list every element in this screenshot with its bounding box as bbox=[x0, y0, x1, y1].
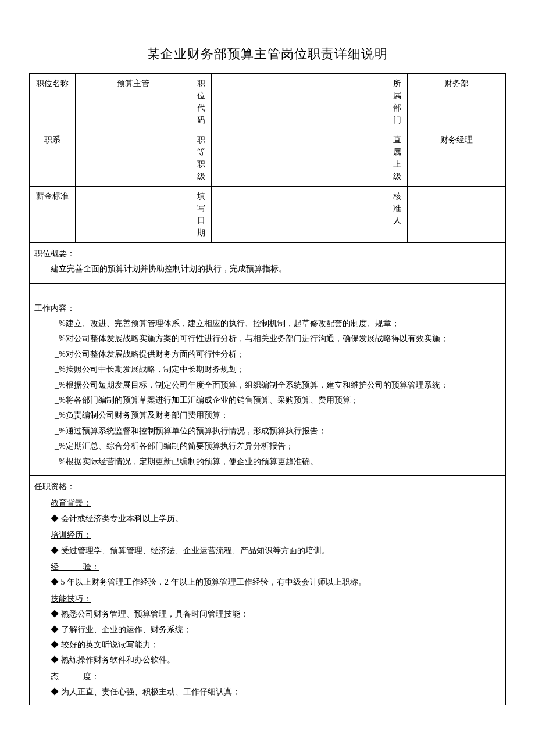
list-item: ◆ 熟悉公司财务管理、预算管理，具备时间管理技能； bbox=[51, 608, 501, 621]
summary-header: 职位概要： bbox=[34, 248, 501, 260]
table-row: 薪金标准 填写日期 核准人 bbox=[30, 186, 506, 242]
label-position-code: 职位代码 bbox=[191, 73, 212, 130]
attitude-subhead: 态 度： bbox=[51, 671, 501, 683]
summary-text: 建立完善全面的预算计划并协助控制计划的执行，完成预算指标。 bbox=[34, 263, 501, 275]
qualification-section: 任职资格： 教育背景： ◆ 会计或经济类专业本科以上学历。 培训经历： ◆ 受过… bbox=[29, 476, 506, 705]
list-item: ◆ 熟练操作财务软件和办公软件。 bbox=[51, 654, 501, 667]
table-row: 职系 职等职级 直属上级 财务经理 bbox=[30, 130, 506, 186]
list-item: _%建立、改进、完善预算管理体系，建立相应的执行、控制机制，起草修改配套的制度、… bbox=[55, 317, 501, 330]
list-item: _%根据公司短期发展目标，制定公司年度全面预算，组织编制全系统预算，建立和维护公… bbox=[55, 379, 501, 392]
label-job-line: 职系 bbox=[30, 130, 76, 186]
experience-subhead: 经 验： bbox=[51, 561, 501, 574]
label-job-grade: 职等职级 bbox=[191, 130, 212, 186]
label-salary: 薪金标准 bbox=[30, 186, 76, 242]
qualification-header: 任职资格： bbox=[34, 481, 501, 493]
list-item: ◆ 了解行业、企业的运作、财务系统； bbox=[51, 624, 501, 636]
table-row: 职位名称 预算主管 职位代码 所属部门 财务部 bbox=[30, 73, 506, 130]
list-item: _%按照公司中长期发展战略，制定中长期财务规划； bbox=[55, 363, 501, 376]
value-job-line bbox=[76, 130, 191, 186]
list-item: _%通过预算系统监督和控制预算单位的预算执行情况，形成预算执行报告； bbox=[55, 425, 501, 438]
value-fill-date bbox=[212, 186, 387, 242]
label-department: 所属部门 bbox=[387, 73, 408, 130]
label-approver: 核准人 bbox=[387, 186, 408, 242]
list-item: ◆ 为人正直、责任心强、积极主动、工作仔细认真； bbox=[51, 686, 501, 698]
info-table: 职位名称 预算主管 职位代码 所属部门 财务部 职系 职等职级 直属上级 财务经… bbox=[29, 73, 506, 243]
label-fill-date: 填写日期 bbox=[191, 186, 212, 242]
value-department: 财务部 bbox=[408, 73, 506, 130]
training-subhead: 培训经历： bbox=[51, 529, 501, 542]
work-section: 工作内容： _%建立、改进、完善预算管理体系，建立相应的执行、控制机制，起草修改… bbox=[29, 284, 506, 476]
list-item: _%定期汇总、综合分析各部门编制的简要预算执行差异分析报告； bbox=[55, 440, 501, 453]
label-supervisor: 直属上级 bbox=[387, 130, 408, 186]
value-supervisor: 财务经理 bbox=[408, 130, 506, 186]
skill-subhead: 技能技巧： bbox=[51, 593, 501, 605]
list-item: ◆ 受过管理学、预算管理、经济法、企业运营流程、产品知识等方面的培训。 bbox=[51, 544, 501, 557]
label-position-name: 职位名称 bbox=[30, 73, 76, 130]
list-item: ◆ 会计或经济类专业本科以上学历。 bbox=[51, 513, 501, 525]
list-item: _%将各部门编制的预算草案进行加工汇编成企业的销售预算、采购预算、费用预算； bbox=[55, 394, 501, 407]
work-header: 工作内容： bbox=[34, 302, 501, 315]
list-item: _%对公司整体发展战略实施方案的可行性进行分析，与相关业务部门进行沟通，确保发展… bbox=[55, 332, 501, 345]
value-position-name: 预算主管 bbox=[76, 73, 191, 130]
list-item: _%负责编制公司财务预算及财务部门费用预算； bbox=[55, 409, 501, 422]
list-item: ◆ 5 年以上财务管理工作经验，2 年以上的预算管理工作经验，有中级会计师以上职… bbox=[51, 576, 501, 589]
list-item: ◆ 较好的英文听说读写能力； bbox=[51, 639, 501, 651]
value-salary bbox=[76, 186, 191, 242]
value-job-grade bbox=[212, 130, 387, 186]
list-item: _%根据实际经营情况，定期更新已编制的预算，使企业的预算更趋准确。 bbox=[55, 456, 501, 468]
summary-section: 职位概要： 建立完善全面的预算计划并协助控制计划的执行，完成预算指标。 bbox=[29, 243, 506, 284]
value-approver bbox=[408, 186, 506, 242]
list-item: _%对公司整体发展战略提供财务方面的可行性分析； bbox=[55, 348, 501, 361]
value-position-code bbox=[212, 73, 387, 130]
page-title: 某企业财务部预算主管岗位职责详细说明 bbox=[29, 44, 506, 64]
education-subhead: 教育背景： bbox=[51, 497, 501, 510]
